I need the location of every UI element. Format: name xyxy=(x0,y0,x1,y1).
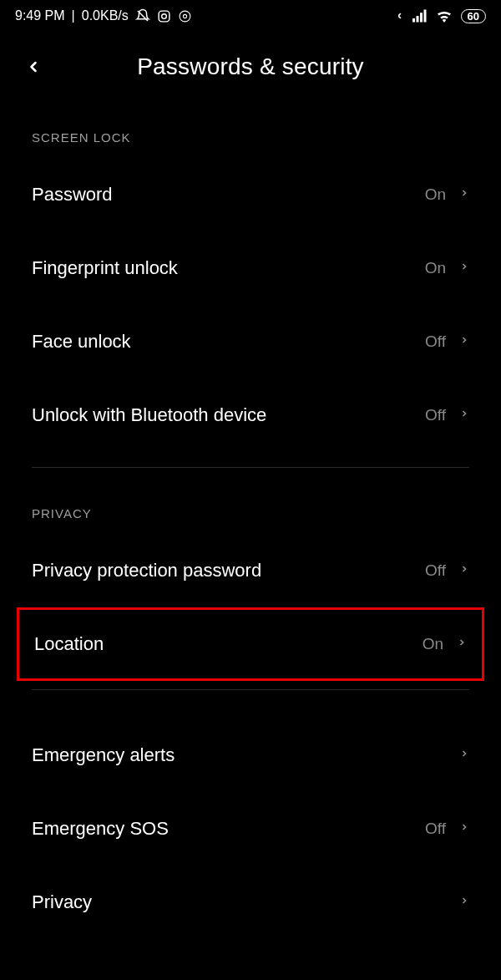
item-right xyxy=(459,746,469,764)
item-right: On xyxy=(425,259,469,277)
item-label: Emergency alerts xyxy=(32,744,175,766)
svg-rect-5 xyxy=(416,16,418,23)
chevron-right-icon xyxy=(459,893,469,911)
svg-point-3 xyxy=(183,14,186,18)
item-value: On xyxy=(425,185,446,204)
item-value: On xyxy=(423,635,443,653)
settings-item-emergency-sos[interactable]: Emergency SOS Off xyxy=(0,792,501,866)
settings-item-location[interactable]: Location On xyxy=(17,607,484,681)
status-divider: | xyxy=(72,8,75,23)
instagram-icon xyxy=(157,9,171,23)
chevron-right-icon xyxy=(459,406,469,424)
bluetooth-icon xyxy=(392,8,404,23)
item-label: Emergency SOS xyxy=(32,818,169,840)
chevron-right-icon xyxy=(459,259,469,277)
settings-item-emergency-alerts[interactable]: Emergency alerts xyxy=(0,718,501,792)
item-label: Privacy protection password xyxy=(32,560,261,581)
battery-indicator: 60 xyxy=(461,9,486,23)
item-value: Off xyxy=(425,820,446,838)
svg-rect-7 xyxy=(423,10,426,23)
item-value: Off xyxy=(425,561,446,580)
item-label: Face unlock xyxy=(32,331,131,353)
header: Passwords & security xyxy=(0,30,501,114)
chevron-right-icon xyxy=(459,820,469,838)
settings-item-fingerprint-unlock[interactable]: Fingerprint unlock On xyxy=(0,231,501,305)
status-right: 60 xyxy=(392,8,486,23)
section-header-privacy: PRIVACY xyxy=(0,468,501,534)
app-icon xyxy=(178,9,192,23)
item-value: Off xyxy=(425,333,446,351)
item-right: Off xyxy=(425,406,469,424)
item-value: On xyxy=(425,259,446,277)
item-label: Location xyxy=(34,633,104,655)
chevron-right-icon xyxy=(459,333,469,351)
item-label: Unlock with Bluetooth device xyxy=(32,404,266,426)
svg-rect-6 xyxy=(420,13,423,22)
item-right xyxy=(459,893,469,911)
item-right: Off xyxy=(425,333,469,351)
svg-point-2 xyxy=(180,11,190,22)
item-right: On xyxy=(425,185,469,204)
item-label: Fingerprint unlock xyxy=(32,257,178,279)
settings-item-face-unlock[interactable]: Face unlock Off xyxy=(0,305,501,378)
status-data-rate: 0.0KB/s xyxy=(82,8,129,23)
page-title: Passwords & security xyxy=(17,53,484,80)
item-value: Off xyxy=(425,406,446,424)
item-right: Off xyxy=(425,820,469,838)
settings-item-password[interactable]: Password On xyxy=(0,158,501,231)
status-bar: 9:49 PM | 0.0KB/s 60 xyxy=(0,0,501,30)
section-header-screen-lock: SCREEN LOCK xyxy=(0,114,501,158)
svg-point-1 xyxy=(161,13,166,18)
status-time: 9:49 PM xyxy=(15,8,65,23)
svg-rect-4 xyxy=(412,18,415,23)
chevron-right-icon xyxy=(457,635,467,653)
svg-rect-0 xyxy=(159,11,170,22)
item-right: Off xyxy=(425,561,469,580)
settings-item-privacy[interactable]: Privacy xyxy=(0,866,501,939)
dnd-icon xyxy=(135,8,150,23)
item-label: Password xyxy=(32,184,113,206)
status-left: 9:49 PM | 0.0KB/s xyxy=(15,8,192,23)
chevron-right-icon xyxy=(459,746,469,764)
chevron-right-icon xyxy=(459,561,469,580)
wifi-icon xyxy=(436,9,453,23)
item-label: Privacy xyxy=(32,891,92,913)
settings-item-privacy-protection-password[interactable]: Privacy protection password Off xyxy=(0,534,501,607)
item-right: On xyxy=(423,635,467,653)
settings-item-bluetooth-unlock[interactable]: Unlock with Bluetooth device Off xyxy=(0,378,501,452)
back-button[interactable] xyxy=(25,55,42,79)
chevron-right-icon xyxy=(459,185,469,204)
signal-icon xyxy=(412,9,428,23)
